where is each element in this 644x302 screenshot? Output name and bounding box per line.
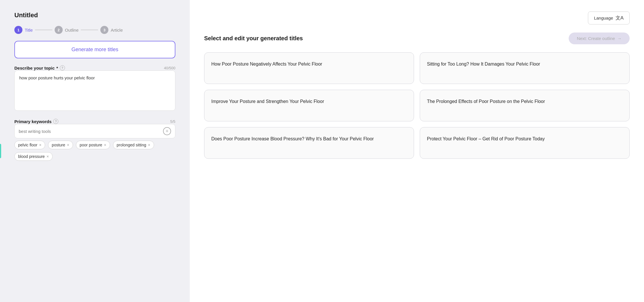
titles-header-row: Select and edit your generated titles Ne… (204, 33, 630, 44)
generate-titles-button[interactable]: Generate more titles (14, 41, 175, 58)
keyword-tags: pelvic floor × posture × poor posture × … (14, 141, 175, 161)
topic-help-icon[interactable]: ? (60, 65, 65, 70)
topic-textarea[interactable]: how poor posture hurts your pelvic floor (14, 70, 175, 111)
keywords-label: Primary keywords ? (14, 119, 58, 124)
step-line-2 (81, 30, 98, 30)
step-3-circle: 3 (100, 26, 108, 34)
step-line-1 (35, 30, 52, 30)
next-btn-label: Next: Create outline (577, 36, 615, 41)
keywords-help-icon[interactable]: ? (53, 119, 58, 124)
titles-grid: How Poor Posture Negatively Affects Your… (204, 52, 630, 159)
stepper: 1 Title 2 Outline 3 Article (14, 26, 175, 34)
step-1: 1 Title (14, 26, 33, 34)
topic-section: Describe your topic * ? 40/500 how poor … (14, 65, 175, 112)
step-3: 3 Article (100, 26, 123, 34)
step-2-label: Outline (65, 28, 79, 33)
title-card-5[interactable]: Protect Your Pelvic Floor – Get Rid of P… (420, 127, 630, 159)
title-card-1[interactable]: Sitting for Too Long? How It Damages You… (420, 52, 630, 84)
left-panel: Untitled 1 Title 2 Outline 3 Article Gen… (0, 0, 190, 302)
tag-blood-pressure: blood pressure × (14, 152, 53, 161)
step-1-circle: 1 (14, 26, 22, 34)
tag-prolonged-sitting-remove[interactable]: × (148, 143, 150, 147)
language-button[interactable]: Language 文A (588, 12, 630, 24)
tag-poor-posture-remove[interactable]: × (104, 143, 106, 147)
tag-pelvic-floor: pelvic floor × (14, 141, 45, 149)
keywords-counter: 5/5 (170, 119, 175, 124)
language-label: Language (594, 16, 613, 20)
next-create-outline-button[interactable]: Next: Create outline → (569, 33, 630, 44)
left-accent-badge (0, 144, 1, 158)
topic-section-header: Describe your topic * ? 40/500 (14, 65, 175, 70)
step-2: 2 Outline (55, 26, 79, 34)
translate-icon: 文A (616, 15, 624, 21)
title-card-2[interactable]: Improve Your Posture and Strengthen Your… (204, 90, 414, 121)
keyword-input[interactable] (19, 129, 161, 134)
title-card-4[interactable]: Does Poor Posture Increase Blood Pressur… (204, 127, 414, 159)
tag-blood-pressure-remove[interactable]: × (47, 154, 49, 158)
keywords-section: Primary keywords ? 5/5 + pelvic floor × … (14, 119, 175, 161)
right-top-bar: Language 文A (204, 12, 630, 24)
step-2-circle: 2 (55, 26, 63, 34)
keywords-section-header: Primary keywords ? 5/5 (14, 119, 175, 124)
keyword-input-row: + (14, 124, 175, 138)
arrow-right-icon: → (617, 36, 622, 41)
title-card-0[interactable]: How Poor Posture Negatively Affects Your… (204, 52, 414, 84)
step-1-label: Title (25, 28, 33, 33)
tag-posture: posture × (48, 141, 73, 149)
title-card-3[interactable]: The Prolonged Effects of Poor Posture on… (420, 90, 630, 121)
right-section-title: Select and edit your generated titles (204, 35, 303, 42)
topic-counter: 40/500 (164, 66, 175, 70)
right-panel: Language 文A Select and edit your generat… (190, 0, 644, 302)
add-keyword-icon[interactable]: + (163, 127, 171, 135)
topic-label: Describe your topic * ? (14, 65, 65, 70)
tag-poor-posture: poor posture × (76, 141, 110, 149)
tag-posture-remove[interactable]: × (67, 143, 69, 147)
tag-prolonged-sitting: prolonged sitting × (113, 141, 154, 149)
page-title: Untitled (14, 12, 175, 19)
step-3-label: Article (111, 28, 123, 33)
tag-pelvic-floor-remove[interactable]: × (39, 143, 41, 147)
